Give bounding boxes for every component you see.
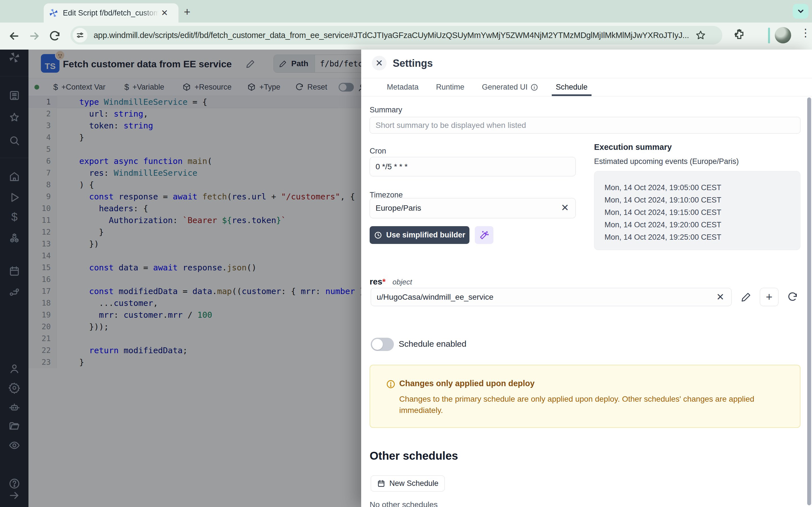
timezone-input[interactable] [370, 198, 576, 218]
other-schedules-title: Other schedules [370, 450, 458, 462]
new-schedule-button[interactable]: New Schedule [371, 475, 445, 492]
browser-toolbar: app.windmill.dev/scripts/edit/f/bd/fetch… [0, 22, 812, 50]
windmill-app: $ TS [0, 50, 812, 507]
schedule-enabled-label: Schedule enabled [399, 339, 466, 349]
cron-input[interactable] [370, 157, 576, 176]
modal-overlay[interactable] [0, 50, 361, 507]
wand-sparkles-icon [479, 230, 489, 240]
required-asterisk: * [382, 277, 386, 286]
clock-icon [374, 231, 382, 239]
calendar-icon [377, 480, 386, 488]
upcoming-event: Mon, 14 Oct 2024, 19:05:00 CEST [605, 181, 800, 194]
tab-search-button[interactable] [793, 4, 808, 18]
tab-close-icon[interactable]: ✕ [161, 9, 168, 17]
close-icon: ✕ [375, 58, 383, 68]
add-resource-plus-button[interactable]: + [760, 288, 778, 306]
cron-label: Cron [370, 147, 386, 156]
forward-button[interactable] [28, 30, 41, 42]
upcoming-event: Mon, 14 Oct 2024, 19:20:00 CEST [605, 219, 800, 231]
profile-divider [768, 27, 770, 43]
simplified-builder-button[interactable]: Use simplified builder [370, 226, 469, 244]
bookmark-star-icon[interactable] [695, 30, 706, 41]
ai-wand-button[interactable] [475, 226, 493, 244]
tab-title: Edit Script f/bd/fetch_custom [63, 9, 159, 17]
extensions-icon[interactable] [733, 28, 746, 41]
settings-drawer: ✕ Settings MetadataRuntimeGenerated UISc… [361, 50, 812, 507]
upcoming-events-panel: Mon, 14 Oct 2024, 19:05:00 CESTMon, 14 O… [594, 171, 801, 250]
upcoming-event: Mon, 14 Oct 2024, 19:25:00 CEST [605, 231, 800, 243]
site-info-icon[interactable] [73, 28, 87, 43]
settings-tabs: MetadataRuntimeGenerated UISchedule [387, 78, 588, 96]
settings-tab-runtime[interactable]: Runtime [436, 78, 465, 96]
url-text[interactable]: app.windmill.dev/scripts/edit/f/bd/fetch… [94, 31, 694, 40]
clear-timezone-icon[interactable]: ✕ [561, 202, 569, 213]
settings-tab-metadata[interactable]: Metadata [387, 78, 419, 96]
chevron-down-icon [797, 7, 805, 15]
divider [361, 96, 812, 96]
tab-strip: Edit Script f/bd/fetch_custom ✕ + [0, 0, 812, 22]
clear-resource-icon[interactable]: ✕ [716, 291, 725, 302]
upcoming-event: Mon, 14 Oct 2024, 19:10:00 CEST [605, 194, 800, 206]
no-other-schedules-text: No other schedules [370, 500, 438, 507]
settings-tab-schedule[interactable]: Schedule [556, 78, 588, 96]
browser-chrome: Edit Script f/bd/fetch_custom ✕ + app.wi… [0, 0, 812, 50]
warning-title: Changes only applied upon deploy [399, 379, 535, 388]
upcoming-event: Mon, 14 Oct 2024, 19:15:00 CEST [605, 206, 800, 219]
alert-circle-icon [386, 379, 396, 389]
favicon-windmill-icon [49, 8, 58, 18]
resource-input[interactable] [371, 288, 732, 306]
res-field-type: object [393, 278, 412, 286]
deploy-warning-box: Changes only applied upon deploy Changes… [370, 365, 801, 428]
profile-avatar[interactable] [775, 27, 791, 43]
url-bar[interactable]: app.windmill.dev/scripts/edit/f/bd/fetch… [70, 26, 722, 45]
back-button[interactable] [8, 30, 20, 42]
execution-summary-subtitle: Estimated upcoming events (Europe/Paris) [594, 157, 739, 166]
close-settings-button[interactable]: ✕ [372, 56, 387, 70]
res-field-label: res* object [370, 277, 412, 286]
settings-title: Settings [393, 57, 433, 69]
edit-resource-icon[interactable] [741, 291, 752, 302]
warning-body: Changes to the primary schedule are only… [399, 393, 785, 416]
browser-menu-icon[interactable]: ⋮ [800, 26, 811, 39]
info-icon [530, 83, 538, 91]
settings-tab-generated-ui[interactable]: Generated UI [482, 78, 538, 96]
schedule-enabled-toggle[interactable] [371, 338, 394, 351]
drawer-scrollbar[interactable] [807, 98, 811, 505]
reload-button[interactable] [49, 30, 61, 42]
refresh-resource-icon[interactable] [787, 291, 798, 302]
summary-input[interactable] [370, 117, 801, 133]
new-tab-button[interactable]: + [184, 6, 190, 17]
browser-tab[interactable]: Edit Script f/bd/fetch_custom ✕ [44, 3, 179, 22]
summary-label: Summary [370, 106, 402, 114]
execution-summary-title: Execution summary [594, 143, 672, 152]
